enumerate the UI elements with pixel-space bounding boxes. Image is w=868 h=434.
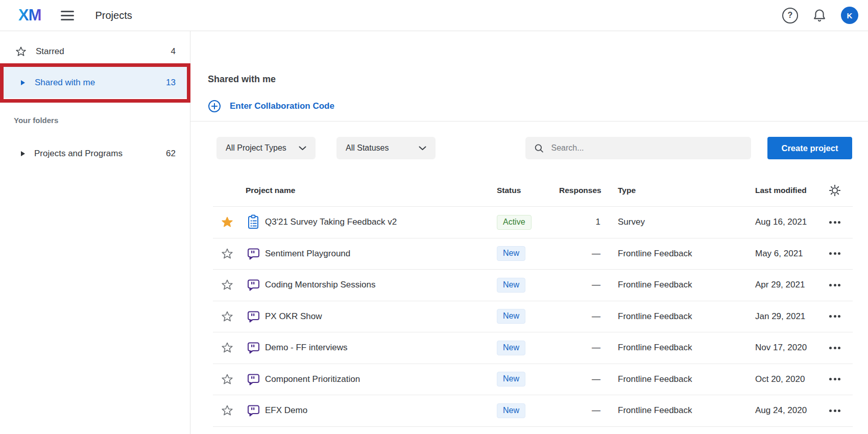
table-row[interactable]: Demo - FF interviews New — Frontline Fee… <box>213 332 853 364</box>
table-row[interactable]: QE Org Meeting Topics New — Frontline Fe… <box>213 426 853 434</box>
star-icon[interactable] <box>213 279 242 291</box>
xm-logo[interactable]: XM <box>18 6 41 25</box>
row-modified: May 6, 2021 <box>728 249 817 259</box>
filter-bar: All Project Types All Statuses Create pr… <box>190 137 868 159</box>
chevron-down-icon <box>419 146 426 151</box>
sidebar-item-starred[interactable]: Starred 4 <box>0 36 190 67</box>
star-icon[interactable] <box>213 342 242 354</box>
row-name: Coding Mentorship Sessions <box>265 280 490 290</box>
table-body: Q3'21 Survey Taking Feedback v2 Active 1… <box>190 206 868 434</box>
row-modified: Oct 20, 2020 <box>728 374 817 384</box>
project-type-icon-cell <box>242 403 265 418</box>
sidebar: Starred 4 Shared with me 13 Your folders… <box>0 31 190 434</box>
row-modified: Aug 24, 2020 <box>728 405 817 416</box>
page-heading: Shared with me <box>208 74 276 85</box>
row-type: Frontline Feedback <box>610 374 728 384</box>
sidebar-item-shared-with-me[interactable]: Shared with me 13 <box>0 67 190 98</box>
project-type-icon-cell <box>242 214 265 230</box>
row-responses: — <box>559 343 610 353</box>
gear-icon[interactable] <box>829 184 841 197</box>
status-cell: New <box>490 372 559 387</box>
row-name: Sentiment Playground <box>265 249 490 259</box>
row-actions-menu-icon[interactable] <box>817 409 853 412</box>
row-name: Component Prioritization <box>265 374 490 384</box>
status-badge: Active <box>497 215 532 230</box>
row-modified: Jan 29, 2021 <box>728 311 817 322</box>
row-responses: — <box>559 280 610 290</box>
enter-collaboration-code-link[interactable]: Enter Collaboration Code <box>208 100 334 113</box>
column-header-type: Type <box>610 186 728 195</box>
row-name: EFX Demo <box>265 405 490 416</box>
row-actions-menu-icon[interactable] <box>817 221 853 224</box>
star-icon[interactable] <box>213 310 242 323</box>
statuses-dropdown[interactable]: All Statuses <box>336 137 436 159</box>
chevron-right-icon[interactable] <box>21 80 25 85</box>
sidebar-item-count: 4 <box>171 46 176 57</box>
chevron-right-icon[interactable] <box>21 151 25 156</box>
dropdown-value: All Project Types <box>226 143 286 153</box>
column-header-last-modified: Last modified <box>728 186 817 195</box>
status-badge: New <box>497 372 525 387</box>
dropdown-value: All Statuses <box>346 143 389 153</box>
row-type: Frontline Feedback <box>610 405 728 416</box>
collab-link-label: Enter Collaboration Code <box>230 101 334 111</box>
project-types-dropdown[interactable]: All Project Types <box>216 137 316 159</box>
project-type-icon-cell <box>242 247 265 261</box>
frontline-feedback-icon <box>246 372 260 387</box>
star-icon[interactable] <box>213 373 242 385</box>
project-type-icon-cell <box>242 341 265 355</box>
table-row[interactable]: EFX Demo New — Frontline Feedback Aug 24… <box>213 395 853 426</box>
your-folders-section-label: Your folders <box>14 116 190 125</box>
main-content: Shared with me Enter Collaboration Code … <box>190 31 868 434</box>
row-modified: Aug 16, 2021 <box>728 217 817 227</box>
row-actions-menu-icon[interactable] <box>817 378 853 380</box>
help-icon[interactable]: ? <box>782 8 798 23</box>
frontline-feedback-icon <box>246 341 260 355</box>
sidebar-item-label: Projects and Programs <box>34 149 123 159</box>
star-icon[interactable] <box>213 404 242 417</box>
row-actions-menu-icon[interactable] <box>817 252 853 255</box>
row-type: Frontline Feedback <box>610 311 728 322</box>
divider <box>190 121 868 122</box>
row-responses: — <box>559 405 610 416</box>
status-cell: New <box>490 246 559 261</box>
projects-table: Project name Status Responses Type Last … <box>190 177 868 434</box>
row-responses: — <box>559 249 610 259</box>
row-name: Q3'21 Survey Taking Feedback v2 <box>265 217 490 227</box>
project-type-icon-cell <box>242 278 265 292</box>
create-project-button[interactable]: Create project <box>767 137 852 159</box>
user-avatar[interactable]: K <box>841 7 858 24</box>
sidebar-item-label: Shared with me <box>35 78 95 88</box>
star-outline-icon <box>15 46 27 57</box>
column-header-status: Status <box>490 186 559 195</box>
table-row[interactable]: PX OKR Show New — Frontline Feedback Jan… <box>213 301 853 332</box>
column-header-project-name: Project name <box>242 186 490 195</box>
row-actions-menu-icon[interactable] <box>817 347 853 349</box>
status-cell: New <box>490 403 559 418</box>
star-icon[interactable] <box>213 216 242 228</box>
survey-icon <box>247 214 260 230</box>
table-row[interactable]: Coding Mentorship Sessions New — Frontli… <box>213 269 853 301</box>
frontline-feedback-icon <box>246 278 260 292</box>
frontline-feedback-icon <box>246 403 260 418</box>
plus-circle-icon <box>208 100 221 113</box>
status-cell: New <box>490 309 559 324</box>
table-row[interactable]: Q3'21 Survey Taking Feedback v2 Active 1… <box>213 206 853 238</box>
row-responses: 1 <box>559 217 610 227</box>
star-icon[interactable] <box>213 248 242 260</box>
sidebar-item-projects-and-programs[interactable]: Projects and Programs 62 <box>0 138 190 169</box>
notifications-bell-icon[interactable] <box>812 8 827 22</box>
sidebar-item-label: Starred <box>36 46 64 57</box>
table-row[interactable]: Component Prioritization New — Frontline… <box>213 364 853 395</box>
column-header-responses: Responses <box>559 186 610 195</box>
row-name: Demo - FF interviews <box>265 343 490 353</box>
row-responses: — <box>559 374 610 384</box>
hamburger-menu-icon[interactable] <box>61 9 74 22</box>
row-name: PX OKR Show <box>265 311 490 322</box>
search-input[interactable] <box>551 143 744 153</box>
row-actions-menu-icon[interactable] <box>817 315 853 318</box>
row-actions-menu-icon[interactable] <box>817 284 853 286</box>
status-badge: New <box>497 246 525 261</box>
table-row[interactable]: Sentiment Playground New — Frontline Fee… <box>213 238 853 270</box>
frontline-feedback-icon <box>246 247 260 261</box>
